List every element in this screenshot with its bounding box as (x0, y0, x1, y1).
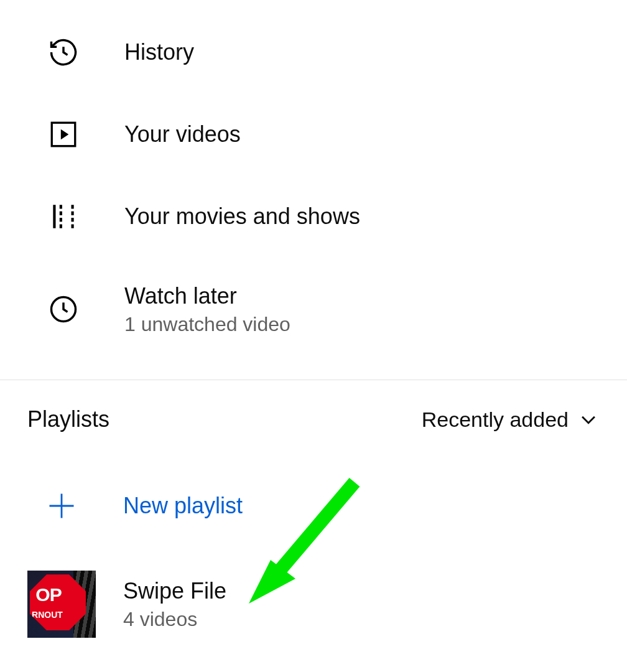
svg-rect-2 (53, 205, 55, 228)
menu-text: Your videos (124, 121, 241, 147)
svg-rect-4 (60, 212, 62, 215)
svg-rect-9 (72, 218, 74, 222)
menu-label: Your movies and shows (124, 203, 360, 230)
playlists-header: Playlists Recently added (0, 380, 627, 432)
playlist-text: Swipe File 4 videos (123, 578, 226, 631)
playlists-title: Playlists (27, 406, 109, 432)
playlist-count: 4 videos (123, 608, 226, 631)
svg-rect-7 (72, 205, 74, 208)
chevron-down-icon (577, 408, 600, 431)
menu-label: Your videos (124, 121, 241, 147)
svg-rect-6 (60, 225, 62, 228)
menu-item-watch-later[interactable]: Watch later 1 unwatched video (0, 258, 627, 361)
menu-label: History (124, 39, 194, 65)
thumb-text: OP (35, 586, 61, 604)
thumb-subtext: RNOUT (32, 610, 63, 619)
playlist-name: Swipe File (123, 578, 226, 604)
watch-later-icon (47, 293, 80, 325)
menu-item-movies-shows[interactable]: Your movies and shows (0, 175, 627, 258)
new-playlist-button[interactable]: New playlist (0, 470, 627, 542)
svg-marker-1 (61, 129, 68, 140)
menu-label: Watch later (124, 282, 290, 309)
library-menu: History Your videos (0, 0, 627, 361)
history-icon (47, 36, 80, 68)
playlist-thumbnail: OP RNOUT (27, 571, 96, 638)
plus-icon (27, 487, 96, 525)
new-playlist-label: New playlist (123, 493, 243, 519)
menu-text: Your movies and shows (124, 203, 360, 230)
menu-item-your-videos[interactable]: Your videos (0, 93, 627, 175)
movies-icon (47, 200, 80, 233)
svg-rect-8 (72, 212, 74, 215)
menu-item-history[interactable]: History (0, 11, 627, 93)
playlist-list: New playlist OP RNOUT Swipe File 4 video… (0, 432, 627, 655)
menu-text: Watch later 1 unwatched video (124, 282, 290, 336)
svg-rect-10 (72, 225, 74, 228)
menu-sublabel: 1 unwatched video (124, 313, 290, 336)
svg-rect-3 (60, 205, 62, 208)
menu-text: History (124, 39, 194, 65)
sort-dropdown[interactable]: Recently added (422, 408, 600, 432)
sort-label: Recently added (422, 408, 569, 432)
your-videos-icon (47, 118, 80, 151)
svg-rect-5 (60, 218, 62, 222)
playlist-item-swipe-file[interactable]: OP RNOUT Swipe File 4 videos (0, 542, 627, 655)
